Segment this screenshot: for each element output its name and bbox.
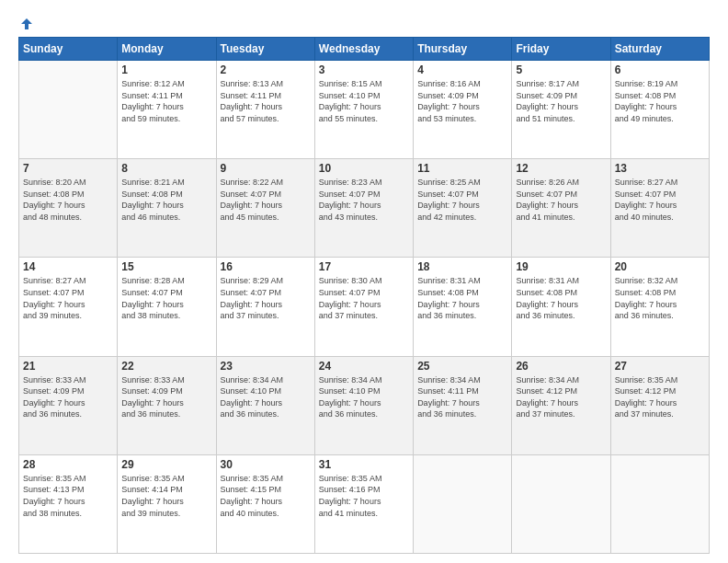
day-info: Sunrise: 8:31 AM Sunset: 4:08 PM Dayligh…	[516, 275, 606, 321]
calendar-cell	[19, 61, 118, 159]
day-info: Sunrise: 8:25 AM Sunset: 4:07 PM Dayligh…	[417, 177, 507, 223]
day-number: 12	[516, 162, 606, 175]
day-info: Sunrise: 8:17 AM Sunset: 4:09 PM Dayligh…	[516, 78, 606, 124]
day-number: 3	[319, 63, 409, 76]
day-info: Sunrise: 8:27 AM Sunset: 4:07 PM Dayligh…	[615, 177, 705, 223]
weekday-header: Tuesday	[216, 38, 314, 61]
calendar-cell: 19Sunrise: 8:31 AM Sunset: 4:08 PM Dayli…	[512, 258, 610, 356]
calendar-cell	[512, 454, 610, 553]
calendar-cell: 31Sunrise: 8:35 AM Sunset: 4:16 PM Dayli…	[314, 454, 413, 553]
day-number: 11	[417, 162, 507, 175]
day-number: 26	[516, 360, 606, 373]
calendar-cell: 27Sunrise: 8:35 AM Sunset: 4:12 PM Dayli…	[610, 356, 709, 454]
calendar-cell: 25Sunrise: 8:34 AM Sunset: 4:11 PM Dayli…	[414, 356, 512, 454]
header	[18, 17, 710, 28]
logo	[18, 17, 35, 28]
weekday-header: Monday	[118, 38, 216, 61]
calendar-cell: 12Sunrise: 8:26 AM Sunset: 4:07 PM Dayli…	[512, 159, 610, 258]
calendar-cell: 4Sunrise: 8:16 AM Sunset: 4:09 PM Daylig…	[414, 61, 512, 159]
calendar-week-row: 28Sunrise: 8:35 AM Sunset: 4:13 PM Dayli…	[19, 454, 710, 553]
calendar-cell: 26Sunrise: 8:34 AM Sunset: 4:12 PM Dayli…	[512, 356, 610, 454]
calendar-cell: 15Sunrise: 8:28 AM Sunset: 4:07 PM Dayli…	[118, 258, 216, 356]
calendar-cell: 3Sunrise: 8:15 AM Sunset: 4:10 PM Daylig…	[314, 61, 413, 159]
calendar-cell: 30Sunrise: 8:35 AM Sunset: 4:15 PM Dayli…	[216, 454, 314, 553]
weekday-header: Friday	[512, 38, 610, 61]
day-info: Sunrise: 8:31 AM Sunset: 4:08 PM Dayligh…	[417, 275, 507, 321]
day-info: Sunrise: 8:20 AM Sunset: 4:08 PM Dayligh…	[23, 177, 113, 223]
day-info: Sunrise: 8:34 AM Sunset: 4:11 PM Dayligh…	[417, 374, 507, 420]
day-number: 5	[516, 63, 606, 76]
calendar-cell: 11Sunrise: 8:25 AM Sunset: 4:07 PM Dayli…	[414, 159, 512, 258]
day-number: 1	[121, 63, 211, 76]
day-number: 29	[121, 458, 211, 471]
day-number: 15	[121, 260, 211, 273]
day-info: Sunrise: 8:29 AM Sunset: 4:07 PM Dayligh…	[221, 275, 311, 321]
day-info: Sunrise: 8:15 AM Sunset: 4:10 PM Dayligh…	[319, 78, 409, 124]
calendar-cell: 6Sunrise: 8:19 AM Sunset: 4:08 PM Daylig…	[610, 61, 709, 159]
day-number: 20	[615, 260, 705, 273]
calendar-table: SundayMondayTuesdayWednesdayThursdayFrid…	[18, 37, 710, 554]
weekday-header: Saturday	[610, 38, 709, 61]
calendar-cell: 16Sunrise: 8:29 AM Sunset: 4:07 PM Dayli…	[216, 258, 314, 356]
calendar-cell: 9Sunrise: 8:22 AM Sunset: 4:07 PM Daylig…	[216, 159, 314, 258]
calendar-cell: 1Sunrise: 8:12 AM Sunset: 4:11 PM Daylig…	[118, 61, 216, 159]
day-number: 8	[121, 162, 211, 175]
weekday-header: Thursday	[414, 38, 512, 61]
day-number: 31	[319, 458, 409, 471]
calendar-cell: 18Sunrise: 8:31 AM Sunset: 4:08 PM Dayli…	[414, 258, 512, 356]
calendar-cell	[610, 454, 709, 553]
calendar-cell: 10Sunrise: 8:23 AM Sunset: 4:07 PM Dayli…	[314, 159, 413, 258]
day-number: 30	[221, 458, 311, 471]
calendar-cell: 7Sunrise: 8:20 AM Sunset: 4:08 PM Daylig…	[19, 159, 118, 258]
day-info: Sunrise: 8:30 AM Sunset: 4:07 PM Dayligh…	[319, 275, 409, 321]
day-info: Sunrise: 8:33 AM Sunset: 4:09 PM Dayligh…	[121, 374, 211, 420]
day-number: 18	[417, 260, 507, 273]
day-info: Sunrise: 8:27 AM Sunset: 4:07 PM Dayligh…	[23, 275, 113, 321]
day-number: 19	[516, 260, 606, 273]
day-info: Sunrise: 8:35 AM Sunset: 4:16 PM Dayligh…	[319, 473, 409, 519]
calendar-cell: 8Sunrise: 8:21 AM Sunset: 4:08 PM Daylig…	[118, 159, 216, 258]
day-number: 24	[319, 360, 409, 373]
day-info: Sunrise: 8:21 AM Sunset: 4:08 PM Dayligh…	[121, 177, 211, 223]
day-info: Sunrise: 8:13 AM Sunset: 4:11 PM Dayligh…	[221, 78, 311, 124]
calendar-cell: 2Sunrise: 8:13 AM Sunset: 4:11 PM Daylig…	[216, 61, 314, 159]
day-info: Sunrise: 8:26 AM Sunset: 4:07 PM Dayligh…	[516, 177, 606, 223]
day-number: 9	[221, 162, 311, 175]
day-info: Sunrise: 8:35 AM Sunset: 4:12 PM Dayligh…	[615, 374, 705, 420]
logo-icon	[19, 17, 34, 31]
calendar-cell: 17Sunrise: 8:30 AM Sunset: 4:07 PM Dayli…	[314, 258, 413, 356]
day-info: Sunrise: 8:33 AM Sunset: 4:09 PM Dayligh…	[23, 374, 113, 420]
calendar-cell: 24Sunrise: 8:34 AM Sunset: 4:10 PM Dayli…	[314, 356, 413, 454]
day-number: 7	[23, 162, 113, 175]
day-number: 14	[23, 260, 113, 273]
day-number: 4	[417, 63, 507, 76]
calendar-week-row: 7Sunrise: 8:20 AM Sunset: 4:08 PM Daylig…	[19, 159, 710, 258]
weekday-header: Sunday	[19, 38, 118, 61]
calendar-cell: 13Sunrise: 8:27 AM Sunset: 4:07 PM Dayli…	[610, 159, 709, 258]
day-info: Sunrise: 8:32 AM Sunset: 4:08 PM Dayligh…	[615, 275, 705, 321]
day-info: Sunrise: 8:34 AM Sunset: 4:10 PM Dayligh…	[221, 374, 311, 420]
day-number: 2	[221, 63, 311, 76]
day-number: 25	[417, 360, 507, 373]
day-info: Sunrise: 8:34 AM Sunset: 4:12 PM Dayligh…	[516, 374, 606, 420]
day-info: Sunrise: 8:35 AM Sunset: 4:13 PM Dayligh…	[23, 473, 113, 519]
day-number: 17	[319, 260, 409, 273]
svg-marker-0	[21, 18, 32, 29]
calendar-cell: 14Sunrise: 8:27 AM Sunset: 4:07 PM Dayli…	[19, 258, 118, 356]
day-number: 10	[319, 162, 409, 175]
calendar-header-row: SundayMondayTuesdayWednesdayThursdayFrid…	[19, 38, 710, 61]
calendar-cell: 20Sunrise: 8:32 AM Sunset: 4:08 PM Dayli…	[610, 258, 709, 356]
day-info: Sunrise: 8:35 AM Sunset: 4:14 PM Dayligh…	[121, 473, 211, 519]
day-info: Sunrise: 8:23 AM Sunset: 4:07 PM Dayligh…	[319, 177, 409, 223]
calendar-week-row: 1Sunrise: 8:12 AM Sunset: 4:11 PM Daylig…	[19, 61, 710, 159]
day-info: Sunrise: 8:22 AM Sunset: 4:07 PM Dayligh…	[221, 177, 311, 223]
day-number: 27	[615, 360, 705, 373]
day-number: 28	[23, 458, 113, 471]
calendar-week-row: 21Sunrise: 8:33 AM Sunset: 4:09 PM Dayli…	[19, 356, 710, 454]
day-info: Sunrise: 8:34 AM Sunset: 4:10 PM Dayligh…	[319, 374, 409, 420]
calendar-cell: 22Sunrise: 8:33 AM Sunset: 4:09 PM Dayli…	[118, 356, 216, 454]
calendar-cell: 28Sunrise: 8:35 AM Sunset: 4:13 PM Dayli…	[19, 454, 118, 553]
day-number: 13	[615, 162, 705, 175]
day-info: Sunrise: 8:19 AM Sunset: 4:08 PM Dayligh…	[615, 78, 705, 124]
day-number: 6	[615, 63, 705, 76]
